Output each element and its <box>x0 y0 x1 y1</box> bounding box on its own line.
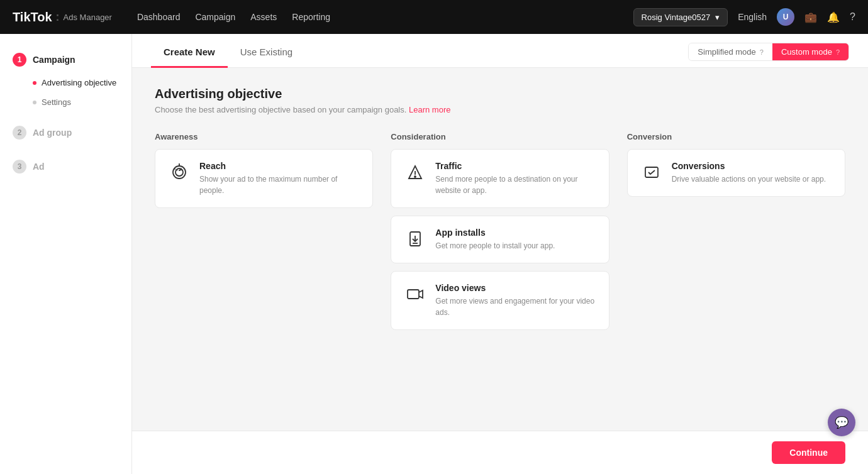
bell-icon[interactable]: 🔔 <box>827 11 840 23</box>
continue-button[interactable]: Continue <box>772 441 845 464</box>
content-area: Advertising objective Choose the best ad… <box>132 68 868 356</box>
ads-manager-label: Ads Manager <box>64 13 112 22</box>
account-dropdown[interactable]: Rosig Vintage0527 ▾ <box>633 8 728 26</box>
objectives-container: Awareness <box>155 132 845 338</box>
traffic-text: Traffic Send more people to a destinatio… <box>435 161 596 196</box>
nav-reporting[interactable]: Reporting <box>292 12 330 22</box>
step-3-circle: 3 <box>13 160 26 174</box>
reach-text: Reach Show your ad to the maximum number… <box>199 161 360 196</box>
section-description: Choose the best advertising objective ba… <box>155 105 845 114</box>
custom-mode-label: Custom mode <box>781 47 832 57</box>
traffic-description: Send more people to a destination on you… <box>435 174 596 196</box>
traffic-icon <box>404 161 426 184</box>
dot-advertising-objective <box>33 81 36 85</box>
chat-icon: 💬 <box>835 416 849 429</box>
learn-more-link[interactable]: Learn more <box>409 105 450 114</box>
account-name: Rosig Vintage0527 <box>642 13 711 22</box>
traffic-card[interactable]: Traffic Send more people to a destinatio… <box>391 149 609 208</box>
settings-label: Settings <box>42 97 71 107</box>
sidebar-step-campaign: 1 Campaign <box>0 47 131 73</box>
custom-mode-help-icon: ? <box>836 48 840 56</box>
conversion-header: Conversion <box>627 132 845 141</box>
sidebar-step-ad: 3 Ad <box>0 153 131 180</box>
awareness-header: Awareness <box>155 132 373 141</box>
language-selector[interactable]: English <box>738 12 767 22</box>
dot-settings <box>33 101 36 104</box>
video-views-description: Get more views and engagement for your v… <box>435 295 596 318</box>
logo: TikTok : Ads Manager <box>13 10 112 25</box>
simplified-mode-help-icon: ? <box>760 48 764 56</box>
avatar[interactable]: U <box>777 8 794 26</box>
reach-description: Show your ad to the maximum number of pe… <box>199 174 360 196</box>
step-2-label: Ad group <box>33 128 72 138</box>
main-layout: 1 Campaign Advertising objective Setting… <box>0 34 868 474</box>
step-1-label: Campaign <box>33 55 75 65</box>
conversions-title: Conversions <box>672 161 832 171</box>
tiktok-logo: TikTok <box>13 10 52 25</box>
video-views-title: Video views <box>435 283 596 293</box>
conversion-column: Conversion Conversions Drive valuable ac… <box>627 132 845 338</box>
nav-right: Rosig Vintage0527 ▾ English U 💼 🔔 ? <box>633 8 855 26</box>
tab-bar: Create New Use Existing Simplified mode … <box>132 34 868 68</box>
video-views-icon <box>404 283 426 306</box>
svg-point-5 <box>415 176 416 177</box>
main-content: Create New Use Existing Simplified mode … <box>132 34 868 474</box>
step-2-circle: 2 <box>13 126 26 140</box>
tab-use-existing[interactable]: Use Existing <box>228 38 305 68</box>
conversions-card[interactable]: Conversions Drive valuable actions on yo… <box>627 149 845 197</box>
conversions-description: Drive valuable actions on your website o… <box>672 174 832 185</box>
reach-icon <box>168 161 191 184</box>
sidebar-step-adgroup: 2 Ad group <box>0 119 131 146</box>
briefcase-icon[interactable]: 💼 <box>804 11 817 23</box>
tabs: Create New Use Existing <box>151 38 305 67</box>
consideration-header: Consideration <box>391 132 609 141</box>
conversions-icon <box>640 161 663 184</box>
nav-campaign[interactable]: Campaign <box>195 12 235 22</box>
simplified-mode-label: Simplified mode <box>698 47 756 57</box>
video-views-card[interactable]: Video views Get more views and engagemen… <box>391 271 609 330</box>
conversions-text: Conversions Drive valuable actions on yo… <box>672 161 832 185</box>
step-1-circle: 1 <box>13 53 26 67</box>
mode-toggle: Simplified mode ? Custom mode ? <box>688 43 849 61</box>
section-title: Advertising objective <box>155 87 845 101</box>
consideration-column: Consideration Traffic Send mo <box>391 132 609 338</box>
simplified-mode-button[interactable]: Simplified mode ? <box>689 43 772 60</box>
reach-card[interactable]: Reach Show your ad to the maximum number… <box>155 149 373 208</box>
nav-assets[interactable]: Assets <box>250 12 277 22</box>
chevron-down-icon: ▾ <box>715 13 720 22</box>
app-installs-text: App installs Get more people to install … <box>435 228 596 251</box>
bottom-bar: Continue <box>132 431 868 474</box>
svg-rect-9 <box>408 290 419 299</box>
top-navigation: TikTok : Ads Manager Dashboard Campaign … <box>0 0 868 34</box>
video-views-text: Video views Get more views and engagemen… <box>435 283 596 318</box>
sidebar-item-advertising-objective[interactable]: Advertising objective <box>0 73 131 92</box>
app-installs-icon <box>404 228 426 250</box>
svg-point-0 <box>173 166 186 179</box>
nav-links: Dashboard Campaign Assets Reporting <box>137 12 615 22</box>
step-3-label: Ad <box>33 162 45 172</box>
app-installs-title: App installs <box>435 228 596 238</box>
advertising-objective-label: Advertising objective <box>42 78 116 87</box>
help-icon[interactable]: ? <box>850 11 855 23</box>
svg-rect-10 <box>645 167 658 177</box>
app-installs-card[interactable]: App installs Get more people to install … <box>391 216 609 263</box>
nav-dashboard[interactable]: Dashboard <box>137 12 181 22</box>
sidebar: 1 Campaign Advertising objective Setting… <box>0 34 132 474</box>
reach-title: Reach <box>199 161 360 171</box>
traffic-title: Traffic <box>435 161 596 171</box>
app-installs-description: Get more people to install your app. <box>435 240 596 251</box>
custom-mode-button[interactable]: Custom mode ? <box>772 43 849 60</box>
chat-bubble[interactable]: 💬 <box>828 409 855 436</box>
tab-create-new[interactable]: Create New <box>151 38 228 68</box>
sidebar-item-settings[interactable]: Settings <box>0 92 131 112</box>
awareness-column: Awareness <box>155 132 373 338</box>
